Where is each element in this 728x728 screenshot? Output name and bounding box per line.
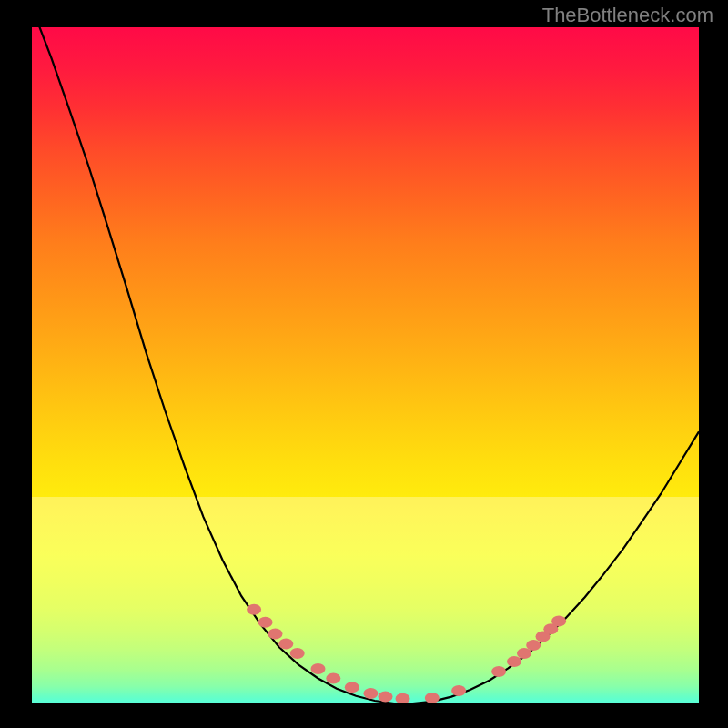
svg-point-13 — [491, 666, 506, 677]
svg-point-19 — [551, 615, 566, 626]
svg-point-14 — [507, 656, 521, 667]
svg-point-16 — [526, 640, 541, 651]
svg-point-3 — [278, 639, 293, 650]
watermark-text: TheBottleneck.com — [542, 4, 713, 27]
svg-point-0 — [247, 604, 261, 615]
svg-point-10 — [396, 693, 410, 703]
svg-point-4 — [290, 648, 305, 659]
svg-point-7 — [345, 682, 359, 693]
highlight-dots — [247, 604, 566, 703]
plot-area — [32, 27, 699, 703]
svg-point-2 — [268, 629, 283, 640]
svg-point-9 — [379, 692, 393, 703]
svg-point-8 — [363, 688, 378, 699]
svg-point-12 — [451, 685, 466, 696]
svg-point-11 — [425, 693, 440, 703]
svg-point-1 — [258, 617, 273, 628]
svg-point-6 — [326, 673, 340, 684]
curve-line — [32, 27, 699, 703]
chart-svg — [32, 27, 699, 703]
svg-point-5 — [311, 663, 326, 674]
